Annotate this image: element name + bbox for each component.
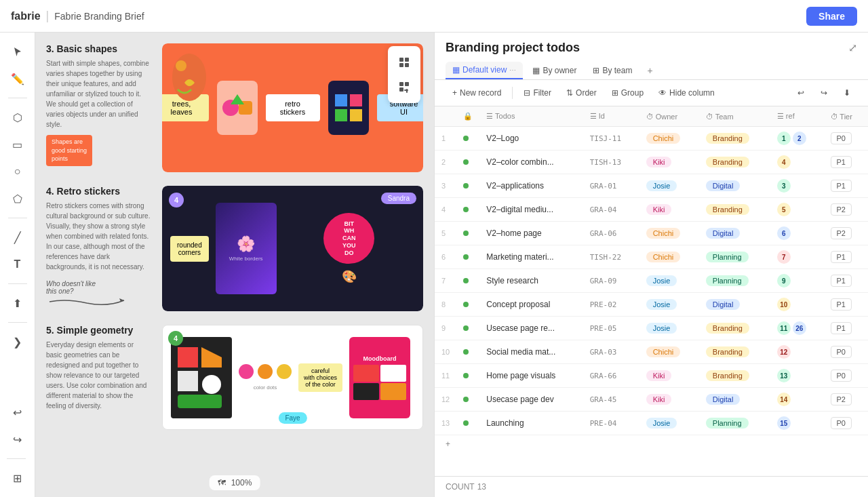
col-ref[interactable]: ☰ ref bbox=[770, 106, 824, 127]
todo-name[interactable]: V2–color combin... bbox=[479, 151, 583, 174]
row-number: 12 bbox=[435, 388, 456, 412]
ref-badge: 14 bbox=[777, 393, 791, 406]
status-dot bbox=[463, 302, 469, 307]
pen-tool[interactable]: ✏️ bbox=[7, 68, 28, 90]
ref-badge: 15 bbox=[777, 416, 791, 430]
todo-name[interactable]: V2–home page bbox=[479, 222, 583, 245]
todo-name[interactable]: Style research bbox=[479, 269, 583, 293]
canvas-scroll[interactable]: 3. Basic shapes Start with simple shapes… bbox=[35, 33, 434, 497]
tool-separator-2 bbox=[8, 218, 27, 218]
row-tier: P0 bbox=[824, 412, 869, 435]
row-tier: P0 bbox=[824, 340, 869, 364]
canvas-area[interactable]: 3. Basic shapes Start with simple shapes… bbox=[35, 33, 434, 497]
todo-name[interactable]: Launching bbox=[479, 412, 583, 435]
canvas-footer: 🗺 100% bbox=[210, 475, 260, 490]
row-owner: Kiki bbox=[639, 388, 699, 412]
tier-badge: P2 bbox=[831, 203, 852, 216]
todo-name[interactable]: Home page visuals bbox=[479, 364, 583, 388]
grid-icon[interactable]: ⊞ bbox=[7, 467, 28, 489]
owner-badge: Chichi bbox=[646, 228, 681, 239]
download-button[interactable]: ⬇ bbox=[837, 85, 857, 100]
table-row[interactable]: 5 V2–home page GRA-06 Chichi Digital 6 P… bbox=[435, 222, 868, 245]
row-id: GRA-45 bbox=[583, 388, 639, 412]
ref-badge: 5 bbox=[777, 203, 791, 216]
todo-name[interactable]: Social media mat... bbox=[479, 340, 583, 364]
row-ref: 10 bbox=[770, 293, 824, 317]
todo-name[interactable]: V2–applications bbox=[479, 174, 583, 198]
todo-name[interactable]: Marketing materi... bbox=[479, 245, 583, 269]
team-badge: Branding bbox=[706, 157, 749, 167]
table-row[interactable]: 1 V2–Logo TISJ-11 Chichi Branding 12 P0 bbox=[435, 127, 868, 151]
owner-badge: Chichi bbox=[646, 252, 681, 262]
rect-tool[interactable]: ▭ bbox=[7, 134, 28, 155]
col-tier[interactable]: ⏱ Tier bbox=[824, 106, 869, 127]
grid-view-icon[interactable] bbox=[393, 52, 415, 73]
default-view-options[interactable]: ⋯ bbox=[509, 66, 516, 74]
table-row[interactable]: 9 Usecase page re... PRE-05 Josie Brandi… bbox=[435, 317, 868, 340]
row-owner: Josie bbox=[639, 174, 699, 198]
redo-table-button[interactable]: ↪ bbox=[814, 85, 834, 100]
group-button[interactable]: ⊞ Group bbox=[605, 85, 650, 100]
view-by-owner[interactable]: ▦ By owner bbox=[526, 62, 583, 79]
table-row[interactable]: 2 V2–color combin... TISH-13 Kiki Brandi… bbox=[435, 151, 868, 174]
col-owner[interactable]: ⏱ Owner bbox=[639, 106, 699, 127]
row-owner: Chichi bbox=[639, 222, 699, 245]
add-row-button[interactable]: + bbox=[446, 439, 857, 449]
new-record-button[interactable]: + New record bbox=[446, 85, 508, 100]
row-number: 6 bbox=[435, 245, 456, 269]
filter-button[interactable]: ⊟ Filter bbox=[517, 85, 558, 100]
section-title-3: 5. Simple geometry bbox=[46, 325, 151, 336]
svg-rect-2 bbox=[399, 63, 403, 67]
db-table-wrap[interactable]: 🔒 ☰ Todos ☰ Id ⏱ Owner ⏱ Team bbox=[435, 106, 868, 476]
row-team: Digital bbox=[699, 293, 770, 317]
team-badge: Branding bbox=[706, 133, 749, 144]
chevron-right-icon[interactable]: ❯ bbox=[7, 331, 28, 353]
todo-name[interactable]: Usecase page dev bbox=[479, 388, 583, 412]
row-owner: Chichi bbox=[639, 340, 699, 364]
team-view-label: By team bbox=[602, 66, 632, 75]
ref-nums: 10 bbox=[777, 298, 817, 311]
table-row[interactable]: 10 Social media mat... GRA-03 Chichi Bra… bbox=[435, 340, 868, 364]
hide-column-button[interactable]: 👁 Hide column bbox=[652, 85, 722, 100]
expand-icon[interactable]: ⤢ bbox=[848, 41, 857, 54]
team-badge: Branding bbox=[706, 370, 749, 381]
owner-badge: Josie bbox=[646, 323, 677, 334]
row-status bbox=[456, 127, 479, 151]
col-team[interactable]: ⏱ Team bbox=[699, 106, 770, 127]
share-button[interactable]: Share bbox=[806, 7, 857, 26]
undo-icon[interactable]: ↩ bbox=[7, 401, 28, 423]
text-tool[interactable]: T bbox=[7, 254, 28, 275]
select-tool[interactable] bbox=[7, 41, 28, 62]
todo-name[interactable]: Usecase page re... bbox=[479, 317, 583, 340]
row-status bbox=[456, 388, 479, 412]
todo-name[interactable]: V2–Logo bbox=[479, 127, 583, 151]
todo-name[interactable]: V2–digital mediu... bbox=[479, 198, 583, 222]
add-item-icon[interactable] bbox=[393, 76, 415, 98]
frame-tool[interactable]: ⬡ bbox=[7, 106, 28, 128]
circle-tool[interactable]: ○ bbox=[7, 161, 28, 182]
svg-rect-3 bbox=[405, 63, 409, 67]
col-todos[interactable]: ☰ Todos bbox=[479, 106, 583, 127]
table-row[interactable]: 11 Home page visuals GRA-66 Kiki Brandin… bbox=[435, 364, 868, 388]
undo-table-button[interactable]: ↩ bbox=[791, 85, 811, 100]
view-default[interactable]: ▦ Default view ⋯ bbox=[446, 62, 523, 79]
view-by-team[interactable]: ⊞ By team bbox=[586, 62, 639, 79]
row-number: 9 bbox=[435, 317, 456, 340]
redo-icon[interactable]: ↪ bbox=[7, 429, 28, 450]
table-row[interactable]: 6 Marketing materi... TISH-22 Chichi Pla… bbox=[435, 245, 868, 269]
table-row[interactable]: 13 Launching PRE-04 Josie Planning 15 P0 bbox=[435, 412, 868, 435]
add-view-button[interactable]: + bbox=[642, 62, 658, 79]
status-dot bbox=[463, 231, 469, 236]
table-row[interactable]: 12 Usecase page dev GRA-45 Kiki Digital … bbox=[435, 388, 868, 412]
todo-name[interactable]: Concept proposal bbox=[479, 293, 583, 317]
row-owner: Kiki bbox=[639, 364, 699, 388]
table-row[interactable]: 7 Style research GRA-09 Josie Planning 9… bbox=[435, 269, 868, 293]
table-row[interactable]: 8 Concept proposal PRE-02 Josie Digital … bbox=[435, 293, 868, 317]
order-button[interactable]: ⇅ Order bbox=[559, 85, 604, 100]
table-row[interactable]: 4 V2–digital mediu... GRA-04 Kiki Brandi… bbox=[435, 198, 868, 222]
upload-tool[interactable]: ⬆ bbox=[7, 292, 28, 314]
polygon-tool[interactable]: ⬠ bbox=[7, 188, 28, 210]
line-tool[interactable]: ╱ bbox=[7, 226, 28, 248]
col-id[interactable]: ☰ Id bbox=[583, 106, 639, 127]
table-row[interactable]: 3 V2–applications GRA-01 Josie Digital 3… bbox=[435, 174, 868, 198]
